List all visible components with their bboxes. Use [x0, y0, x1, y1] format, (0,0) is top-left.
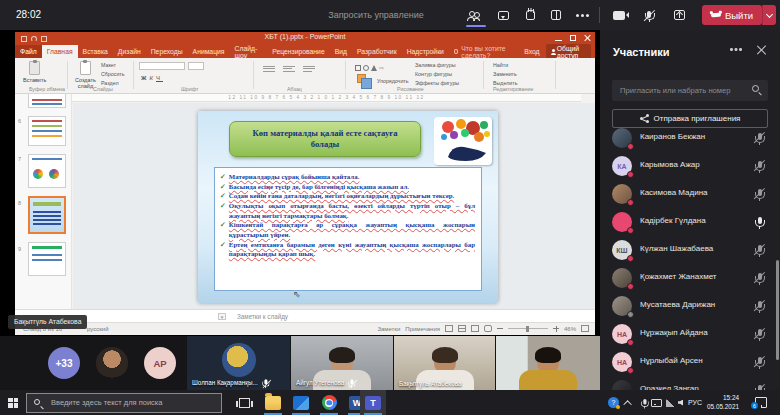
slide-clipart[interactable]	[434, 117, 492, 165]
leave-options-button[interactable]	[762, 5, 776, 25]
align-button[interactable]	[283, 64, 295, 73]
participant-row[interactable]: Кадірбек Гүлдана	[600, 208, 780, 236]
reset-button[interactable]: Сбросить	[101, 71, 125, 77]
participant-row[interactable]: КА Карымова Ажар	[600, 152, 780, 180]
font-size-box[interactable]	[188, 62, 204, 70]
zoom-out-icon[interactable]	[497, 326, 503, 332]
slide-canvas[interactable]: Көп материалды қалай есте сақтауға болад…	[198, 111, 498, 303]
camera-button[interactable]	[608, 7, 630, 23]
participant-row[interactable]: НА Нұржақып Айдана	[600, 320, 780, 348]
action-center-button[interactable]: 6	[755, 390, 767, 415]
participants-button[interactable]	[462, 7, 484, 23]
participant-row[interactable]: Қожахмет Жанахмет	[600, 264, 780, 292]
tab-home[interactable]: Главная	[42, 45, 78, 58]
slide-title[interactable]: Көп материалды қалай есте сақтауға болад…	[229, 121, 421, 157]
restore-icon[interactable]	[570, 35, 576, 41]
slide-thumbnail-8-selected[interactable]	[28, 196, 66, 234]
volume-button[interactable]	[678, 390, 683, 415]
font-name-box[interactable]	[139, 62, 185, 70]
tab-addins[interactable]: Надстройки	[402, 45, 449, 58]
comments-toggle[interactable]: Примечания	[405, 326, 440, 332]
participant-row[interactable]: КШ Күлжан Шажабаева	[600, 236, 780, 264]
more-actions-button[interactable]	[571, 7, 593, 23]
overflow-count-avatar[interactable]: +33	[48, 347, 80, 379]
start-button[interactable]	[0, 390, 26, 415]
zoom-in-icon[interactable]	[553, 326, 559, 332]
notes-toggle[interactable]: Заметки	[377, 326, 400, 332]
participant-row[interactable]: Оразкел Зангар	[600, 376, 780, 390]
language-indicator[interactable]: русский	[87, 326, 109, 332]
tab-design[interactable]: Дизайн	[113, 45, 146, 58]
participant-row[interactable]: НА Нұрлыбай Арсен	[600, 348, 780, 376]
tell-me-box[interactable]: Что вы хотите сделать?	[449, 45, 524, 58]
slide-thumbnail-7[interactable]	[28, 154, 66, 188]
layout-button[interactable]: Макет	[101, 62, 116, 68]
minimize-icon[interactable]	[555, 40, 562, 41]
tray-mic-button[interactable]	[638, 390, 651, 415]
tab-insert[interactable]: Вставка	[78, 45, 113, 58]
chat-button[interactable]	[492, 7, 514, 23]
paste-button[interactable]: Вставить	[23, 61, 46, 83]
tab-developer[interactable]: Разработчик	[352, 45, 402, 58]
help-tray-button[interactable]: ?	[608, 390, 619, 415]
tab-view[interactable]: Вид	[330, 45, 352, 58]
close-icon[interactable]	[584, 34, 591, 41]
zoom-percent[interactable]: 46%	[564, 326, 576, 332]
tab-slideshow[interactable]: Слайд-шоу	[230, 45, 268, 58]
columns-button[interactable]	[303, 64, 315, 73]
panel-scrollbar[interactable]	[776, 260, 779, 360]
replace-button[interactable]: Заменить	[493, 71, 517, 77]
raise-hand-button[interactable]	[519, 7, 541, 23]
video-tile[interactable]	[496, 336, 600, 390]
new-slide-button[interactable]: Создать слайд	[75, 61, 96, 89]
chrome-button[interactable]	[316, 390, 342, 415]
share-screen-button[interactable]	[668, 7, 690, 23]
arrange-button[interactable]	[357, 74, 366, 83]
mic-button[interactable]	[638, 7, 660, 23]
request-control-button[interactable]: Запросить управление	[286, 10, 466, 20]
invite-input[interactable]	[612, 80, 768, 101]
reading-view-icon[interactable]	[471, 325, 479, 332]
slide-thumbnail-9[interactable]	[28, 242, 66, 276]
zoom-slider-thumb[interactable]	[526, 326, 529, 332]
hidden-icons-button[interactable]	[626, 390, 632, 415]
touch-keyboard-button[interactable]	[651, 390, 662, 415]
sign-in-button[interactable]: Вход	[524, 48, 539, 55]
find-button[interactable]: Найти	[493, 62, 508, 68]
task-view-button[interactable]	[232, 390, 256, 415]
clock[interactable]: 15:2405.05.2021	[707, 390, 739, 415]
fit-slide-icon[interactable]	[581, 325, 589, 332]
notes-bar[interactable]: ▾ Заметки к слайду	[15, 309, 595, 322]
teams-button[interactable]: T	[360, 390, 386, 415]
participant-photo-avatar[interactable]	[96, 347, 128, 379]
normal-view-icon[interactable]	[445, 325, 453, 332]
taskbar-search-input[interactable]	[26, 393, 222, 413]
network-button[interactable]	[666, 390, 675, 415]
participant-row[interactable]: Касимова Мадина	[600, 180, 780, 208]
file-explorer-button[interactable]	[260, 390, 286, 415]
arrange-label[interactable]: Упорядочить	[377, 78, 409, 84]
video-tile[interactable]: Бақытгүль Атабекова	[394, 336, 495, 390]
leave-button[interactable]: Выйти	[702, 5, 762, 25]
tab-transitions[interactable]: Переходы	[146, 45, 188, 58]
slide-thumbnail-partial[interactable]	[28, 94, 66, 108]
participant-row[interactable]: Мусатаева Дарижан	[600, 292, 780, 320]
shape-fill-button[interactable]: Заливка фигуры	[415, 62, 455, 68]
panel-more-button[interactable]	[730, 48, 734, 52]
participant-initials-avatar[interactable]: АР	[144, 347, 176, 379]
zoom-slider[interactable]	[508, 328, 548, 329]
video-tile[interactable]: Шолпан Кақарманқы...	[187, 336, 290, 390]
mail-app-button[interactable]	[288, 390, 314, 415]
panel-close-button[interactable]	[756, 44, 766, 54]
underline-button[interactable]: Ч	[156, 75, 163, 81]
slide-sorter-icon[interactable]	[458, 325, 466, 332]
notes-placeholder[interactable]: Заметки к слайду	[237, 313, 288, 320]
bullets-button[interactable]	[263, 64, 275, 73]
slide-bullets-box[interactable]: ✓Материалдарды сұрақ бойынша қайтала. ✓Б…	[214, 167, 482, 291]
shapes-gallery[interactable]: ⇨	[355, 64, 384, 71]
tab-file[interactable]: Файл	[15, 45, 42, 58]
participant-row[interactable]: Каиранов Бекжан	[600, 124, 780, 152]
slide-editor-area[interactable]: Көп материалды қалай есте сақтауға болад…	[73, 103, 595, 309]
tab-review[interactable]: Рецензирование	[267, 45, 329, 58]
tab-animations[interactable]: Анимация	[188, 45, 230, 58]
